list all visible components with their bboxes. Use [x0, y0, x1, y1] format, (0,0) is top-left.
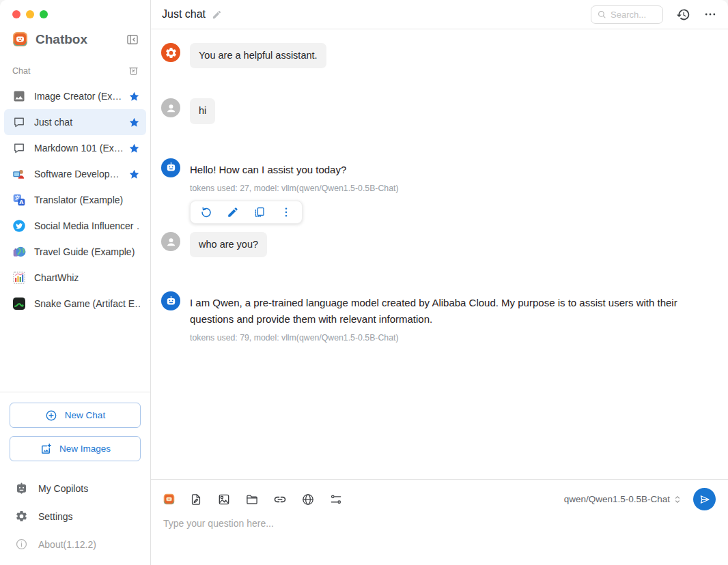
- message-assistant: Hello! How can I assist you today?tokens…: [161, 158, 717, 224]
- send-icon: [699, 493, 711, 506]
- unfold-more-icon: [672, 494, 683, 505]
- sidebar-divider: [0, 392, 150, 392]
- sidebar-footer: My CopilotsSettingsAbout(1.12.2): [0, 469, 150, 565]
- message-user: hi: [161, 98, 717, 124]
- model-label: qwen/Qwen1.5-0.5B-Chat: [564, 494, 670, 504]
- minimize-window-button[interactable]: [26, 10, 34, 18]
- close-window-button[interactable]: [12, 10, 20, 18]
- regenerate-button[interactable]: [200, 206, 212, 218]
- message-assistant: I am Qwen, a pre-trained language model …: [161, 291, 717, 343]
- chat-bubble-icon: [12, 115, 26, 129]
- edit-message-button[interactable]: [227, 206, 239, 218]
- conversation-item[interactable]: Social Media Influencer …: [4, 213, 146, 239]
- message-content: I am Qwen, a pre-trained language model …: [190, 291, 706, 343]
- chat-section-header: Chat: [0, 47, 150, 76]
- brand-row: Chatbox: [0, 18, 150, 47]
- twitter-icon: [12, 219, 26, 233]
- conversation-item[interactable]: Markdown 101 (Ex…: [4, 135, 146, 161]
- message-user: who are you?: [161, 232, 717, 257]
- translator-emoji-icon: A: [12, 193, 26, 207]
- sidebar-footer-label: Settings: [38, 511, 73, 522]
- conversation-item[interactable]: ATranslator (Example): [4, 187, 146, 213]
- window-controls: [0, 0, 150, 18]
- message-bubble: who are you?: [190, 232, 267, 257]
- star-icon[interactable]: [128, 117, 140, 128]
- token-usage-label: tokens used: 79, model: vllm(qwen/Qwen1.…: [190, 333, 706, 343]
- search-input[interactable]: [611, 10, 657, 20]
- message-bubble: hi: [190, 98, 215, 124]
- sidebar-item-settings[interactable]: Settings: [0, 502, 150, 530]
- search-box: [591, 5, 663, 24]
- chatbox-window: Chatbox Chat Image Creator (Ex…Just chat…: [0, 0, 728, 565]
- svg-text:A: A: [19, 199, 24, 205]
- collapse-sidebar-icon[interactable]: [126, 33, 139, 46]
- history-icon[interactable]: [676, 8, 690, 22]
- message-list: You are a helpful assistant.hiHello! How…: [151, 29, 728, 479]
- robot-icon: [15, 482, 28, 495]
- header-actions: [591, 5, 717, 24]
- link-icon[interactable]: [273, 493, 287, 506]
- new-images-button[interactable]: New Images: [10, 436, 141, 461]
- conversation-title: Just chat: [162, 8, 206, 20]
- message-content: Hello! How can I assist you today?tokens…: [190, 158, 399, 224]
- conversation-item[interactable]: ChartWhiz: [4, 265, 146, 291]
- search-icon: [597, 10, 606, 19]
- developer-emoji-icon: [12, 167, 26, 181]
- token-usage-label: tokens used: 27, model: vllm(qwen/Qwen1.…: [190, 184, 399, 193]
- person-avatar-icon: [161, 98, 180, 117]
- plus-circle-icon: [45, 409, 57, 422]
- clear-conversations-icon[interactable]: [128, 65, 139, 76]
- conversation-item-label: Software Develop…: [34, 169, 128, 179]
- snake-game-icon: [12, 297, 26, 310]
- conversation-item-label: Snake Game (Artifact E…: [34, 298, 140, 309]
- conversation-item[interactable]: Snake Game (Artifact E…: [4, 291, 146, 317]
- folder-icon[interactable]: [245, 493, 259, 506]
- message-text: I am Qwen, a pre-trained language model …: [190, 291, 706, 327]
- message-input[interactable]: [163, 518, 716, 529]
- edit-title-icon[interactable]: [212, 10, 222, 20]
- conversation-item[interactable]: Travel Guide (Example): [4, 239, 146, 265]
- sidebar-footer-label: About(1.12.2): [38, 539, 96, 550]
- image-icon: [12, 89, 26, 103]
- message-system: You are a helpful assistant.: [161, 43, 717, 68]
- conversation-item[interactable]: Just chat: [4, 109, 146, 135]
- message-action-toolbar: [190, 201, 303, 224]
- gear-icon: [15, 510, 28, 523]
- zoom-window-button[interactable]: [40, 10, 48, 18]
- conversation-item-label: Translator (Example): [34, 194, 140, 205]
- star-icon[interactable]: [128, 169, 140, 180]
- chart-emoji-icon: [12, 271, 26, 285]
- sidebar: Chatbox Chat Image Creator (Ex…Just chat…: [0, 0, 151, 565]
- sidebar-item-about-1-12-2[interactable]: About(1.12.2): [0, 530, 150, 558]
- attach-file-icon[interactable]: [189, 493, 203, 506]
- new-chat-button[interactable]: New Chat: [10, 403, 141, 428]
- person-avatar-icon: [161, 232, 180, 251]
- conversation-item-label: Just chat: [34, 117, 128, 128]
- model-selector[interactable]: qwen/Qwen1.5-0.5B-Chat: [564, 494, 683, 505]
- sidebar-spacer: [0, 317, 150, 392]
- conversation-item[interactable]: Image Creator (Ex…: [4, 83, 146, 109]
- composer-toolbar: [163, 493, 564, 506]
- star-icon[interactable]: [128, 143, 140, 154]
- conversation-item-label: Travel Guide (Example): [34, 246, 140, 257]
- copy-message-button[interactable]: [253, 206, 266, 218]
- chat-bubble-icon: [12, 141, 26, 155]
- tune-icon[interactable]: [329, 493, 343, 506]
- travel-guide-emoji-icon: [12, 245, 26, 259]
- sidebar-footer-label: My Copilots: [38, 483, 88, 494]
- message-more-button[interactable]: [280, 206, 292, 218]
- chatbox-app-icon[interactable]: [163, 493, 175, 505]
- message-text: Hello! How can I assist you today?: [190, 158, 399, 177]
- more-options-icon[interactable]: [703, 8, 717, 21]
- send-button[interactable]: [693, 488, 716, 510]
- main-panel: Just chat You are a helpful assistant.hi…: [151, 0, 728, 565]
- sidebar-item-my-copilots[interactable]: My Copilots: [0, 474, 150, 502]
- conversation-header: Just chat: [151, 0, 728, 29]
- conversation-item-label: Markdown 101 (Ex…: [34, 143, 128, 154]
- web-browsing-icon[interactable]: [301, 493, 315, 506]
- attach-image-icon[interactable]: [217, 493, 231, 506]
- robot-avatar-icon: [161, 158, 180, 177]
- new-images-icon: [40, 443, 52, 455]
- conversation-item[interactable]: Software Develop…: [4, 161, 146, 187]
- star-icon[interactable]: [128, 91, 140, 102]
